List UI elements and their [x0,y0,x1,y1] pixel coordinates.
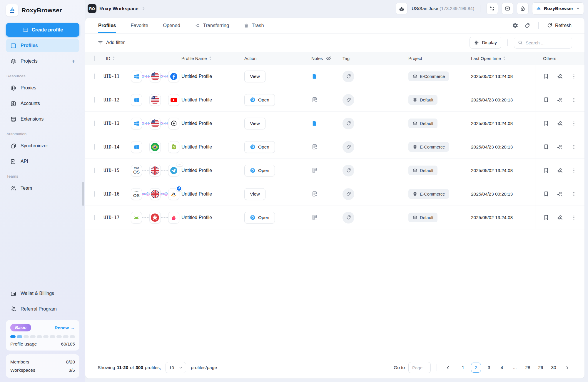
add-note-button[interactable] [311,144,338,150]
open-button[interactable]: Open [244,165,275,176]
page-button-29[interactable]: 29 [536,363,546,373]
add-filter-button[interactable]: Add filter [98,40,125,46]
add-note-button[interactable] [311,96,338,103]
row-menu-button[interactable] [571,74,577,79]
tag-button[interactable] [343,212,354,223]
tag-button[interactable] [343,94,354,106]
open-button[interactable]: Open [244,212,275,223]
tag-button[interactable] [343,165,354,176]
sort-icon[interactable] [209,56,212,61]
refresh-button[interactable]: Refresh [547,23,572,28]
tab-favorite[interactable]: Favorite [131,18,148,33]
lock-button[interactable] [517,3,529,14]
open-button[interactable]: Open [244,94,275,106]
row-checkbox[interactable] [94,191,95,197]
row-menu-button[interactable] [571,215,577,221]
sidebar-item-profiles[interactable]: Profiles [6,39,79,52]
bookmark-button[interactable] [543,97,549,103]
sort-icon[interactable] [503,56,506,61]
page-button-2[interactable]: 2 [471,363,481,373]
page-button-28[interactable]: 28 [523,363,533,373]
view-button[interactable]: View [244,118,265,129]
row-checkbox[interactable] [94,121,95,126]
workspace-switcher[interactable]: RO Roxy Workspace [88,4,146,13]
page-button-3[interactable]: 3 [484,363,494,373]
tag-button[interactable] [343,141,354,153]
row-menu-button[interactable] [571,121,577,126]
sidebar-item-team[interactable]: Team [6,181,79,195]
sidebar-item-extensions[interactable]: Extensions [6,112,79,126]
row-checkbox[interactable] [94,144,95,150]
add-project-button[interactable]: + [71,58,75,65]
row-menu-button[interactable] [571,144,577,150]
view-button[interactable]: View [244,188,265,200]
tab-opened[interactable]: Opened [163,18,180,33]
tab-profiles[interactable]: Profiles [98,18,116,33]
transfer-profile-button[interactable] [557,214,563,221]
next-page-button[interactable] [562,363,572,373]
mail-button[interactable] [502,3,513,14]
sidebar-item-api[interactable]: API [6,155,79,168]
note-icon[interactable] [311,120,338,127]
bookmark-button[interactable] [543,167,549,174]
create-profile-button[interactable]: Create profile [6,23,79,37]
bookmark-button[interactable] [543,191,549,197]
page-button-1[interactable]: 1 [458,363,468,373]
prev-page-button[interactable] [443,363,453,373]
transfer-profile-button[interactable] [557,144,563,150]
view-button[interactable]: View [244,71,265,82]
row-menu-button[interactable] [571,191,577,197]
page-button-4[interactable]: 4 [497,363,507,373]
sidebar-item-proxies[interactable]: Proxies [6,81,79,95]
transfer-profile-button[interactable] [557,191,563,197]
proxy-device-button[interactable] [396,3,407,14]
eye-off-icon[interactable] [326,56,331,61]
select-all-checkbox[interactable] [94,56,95,61]
row-menu-button[interactable] [571,168,577,174]
api-icon [10,159,16,165]
sort-icon[interactable] [112,56,115,61]
transfer-profile-button[interactable] [557,120,563,127]
bookmark-button[interactable] [543,214,549,221]
add-note-button[interactable] [311,167,338,174]
row-checkbox[interactable] [94,215,95,220]
sidebar-item-projects[interactable]: Projects + [6,54,79,68]
sync-button[interactable] [486,3,498,14]
settings-gear-icon[interactable] [512,22,518,29]
tag-manager-icon[interactable] [524,23,530,29]
bookmark-button[interactable] [543,73,549,79]
account-name: RoxyBrowser [544,6,573,11]
sidebar-item-synchroinzer[interactable]: Synchroinzer [6,139,79,153]
note-icon[interactable] [311,73,338,80]
goto-page-input[interactable]: Page [408,362,431,373]
sidebar-item-referral-program[interactable]: Referral Program [6,302,79,316]
transfer-profile-button[interactable] [557,167,563,174]
search-input[interactable]: Search ... [514,37,572,49]
transfer-user-icon [195,23,201,28]
row-menu-button[interactable] [571,97,577,103]
row-checkbox[interactable] [94,74,95,79]
renew-link[interactable]: Renew→ [55,325,75,330]
transfer-profile-button[interactable] [557,97,563,103]
tag-button[interactable] [343,188,354,200]
bookmark-button[interactable] [543,120,549,126]
tab-transferring[interactable]: Transferring [195,18,229,33]
sidebar-item-accounts[interactable]: Accounts [6,97,79,110]
page-button-30[interactable]: 30 [549,363,559,373]
profile-name: Untitled Profile [179,121,243,126]
per-page-select[interactable]: 10 [166,362,186,373]
tag-button[interactable] [343,71,354,82]
bookmark-button[interactable] [543,144,549,150]
display-button[interactable]: Display [470,37,501,49]
add-note-button[interactable] [311,214,338,221]
account-menu[interactable]: RoxyBrowser [532,2,584,15]
sidebar-scrollbar[interactable] [82,182,84,206]
open-button[interactable]: Open [244,141,275,153]
transfer-profile-button[interactable] [557,73,563,80]
row-checkbox[interactable] [94,168,95,173]
add-note-button[interactable] [311,191,338,197]
tab-trash[interactable]: Trash [244,18,264,33]
sidebar-item-wallet-billings[interactable]: Wallet & Billings [6,287,79,300]
tag-button[interactable] [343,118,354,129]
row-checkbox[interactable] [94,97,95,103]
